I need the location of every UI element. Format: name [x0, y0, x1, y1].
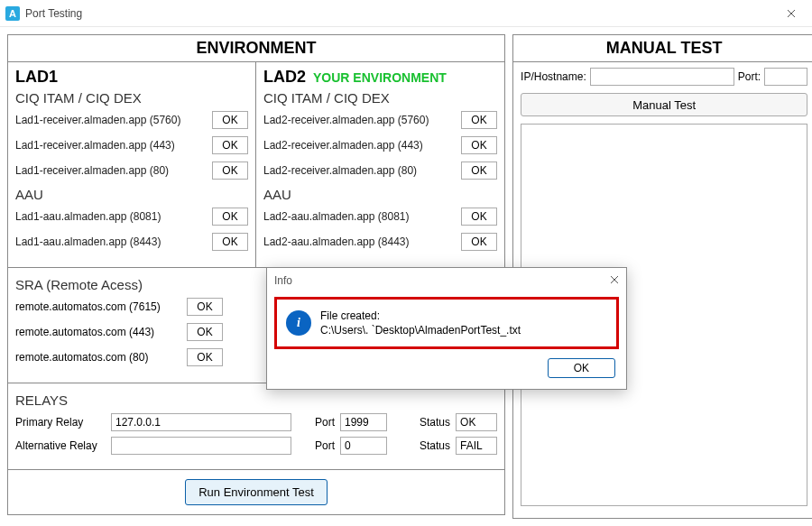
run-environment-test-button[interactable]: Run Environment Test: [185, 479, 328, 505]
primary-relay-label: Primary Relay: [15, 416, 106, 429]
info-dialog-title: Info: [274, 274, 610, 287]
close-icon: [787, 9, 796, 18]
info-dialog-close-button[interactable]: [610, 274, 619, 287]
status-box: OK: [187, 323, 223, 341]
manual-test-button[interactable]: Manual Test: [521, 93, 807, 116]
window-title: Port Testing: [25, 7, 82, 20]
relays-label: RELAYS: [15, 392, 497, 408]
ip-hostname-input[interactable]: [590, 68, 734, 86]
host-address: remote.automatos.com (80): [15, 351, 187, 364]
status-box: OK: [212, 161, 248, 180]
primary-relay-host-input[interactable]: [111, 413, 291, 431]
host-row: Lad1-receiver.almaden.app (80) OK: [15, 161, 248, 180]
port-label: Port: [315, 416, 335, 429]
host-address: Lad2-receiver.almaden.app (5760): [263, 114, 461, 126]
info-dialog: Info i File created: C:\Users\. `Desktop…: [266, 267, 627, 390]
relay-row-alternative: Alternative Relay Port Status FAIL: [15, 437, 497, 455]
host-address: Lad1-aau.almaden.app (8443): [15, 235, 212, 248]
host-address: Lad1-receiver.almaden.app (443): [15, 139, 212, 152]
host-address: Lad2-receiver.almaden.app (443): [263, 139, 461, 152]
app-icon: A: [5, 6, 20, 21]
status-box: OK: [212, 111, 248, 129]
status-box: OK: [187, 348, 223, 366]
status-box: OK: [461, 233, 497, 251]
window-close-button[interactable]: [770, 0, 812, 27]
alternative-relay-port-input[interactable]: [340, 437, 387, 455]
host-row: Lad1-aau.almaden.app (8443) OK: [15, 233, 248, 251]
host-row: Lad2-receiver.almaden.app (80) OK: [263, 161, 497, 180]
close-icon: [610, 275, 619, 284]
alternative-relay-label: Alternative Relay: [15, 439, 106, 452]
manual-port-label: Port:: [738, 70, 761, 83]
host-row: Lad2-aau.almaden.app (8081) OK: [263, 208, 497, 226]
relays-section: RELAYS Primary Relay Port Status OK Alte…: [8, 383, 504, 470]
lad1-group-ciq-label: CIQ ITAM / CIQ DEX: [15, 90, 248, 106]
alternative-relay-status: FAIL: [456, 437, 497, 455]
host-row: Lad2-receiver.almaden.app (5760) OK: [263, 111, 497, 129]
lad1-group-aau-label: AAU: [15, 187, 248, 202]
window-titlebar: A Port Testing: [0, 0, 812, 27]
host-row: Lad2-aau.almaden.app (8443) OK: [263, 233, 497, 251]
info-dialog-message: File created: C:\Users\. `Desktop\Almade…: [320, 309, 521, 337]
host-row: Lad1-receiver.almaden.app (5760) OK: [15, 111, 248, 129]
lad2-column: LAD2 YOUR ENVIRONMENT CIQ ITAM / CIQ DEX…: [256, 62, 504, 267]
alternative-relay-host-input[interactable]: [111, 437, 291, 455]
lad1-title: LAD1: [15, 68, 58, 87]
host-address: Lad1-receiver.almaden.app (5760): [15, 114, 212, 126]
host-address: Lad2-receiver.almaden.app (80): [263, 164, 461, 177]
primary-relay-status: OK: [456, 413, 497, 431]
info-icon: i: [286, 310, 311, 336]
status-box: OK: [212, 208, 248, 226]
host-address: Lad1-receiver.almaden.app (80): [15, 164, 212, 177]
manual-port-input[interactable]: [764, 68, 807, 86]
status-box: OK: [461, 208, 497, 226]
status-box: OK: [212, 233, 248, 251]
host-row: Lad1-receiver.almaden.app (443) OK: [15, 136, 248, 154]
environment-header: ENVIRONMENT: [8, 35, 504, 62]
your-environment-badge: YOUR ENVIRONMENT: [313, 70, 447, 85]
host-address: Lad2-aau.almaden.app (8081): [263, 210, 461, 223]
host-row: Lad1-aau.almaden.app (8081) OK: [15, 208, 248, 226]
status-label: Status: [420, 439, 450, 452]
host-address: Lad2-aau.almaden.app (8443): [263, 235, 461, 248]
manual-test-header: MANUAL TEST: [513, 35, 812, 62]
ip-hostname-label: IP/Hostname:: [521, 70, 586, 83]
relay-row-primary: Primary Relay Port Status OK: [15, 413, 497, 431]
status-box: OK: [461, 136, 497, 154]
status-box: OK: [461, 161, 497, 180]
status-box: OK: [461, 111, 497, 129]
status-box: OK: [187, 298, 223, 316]
lad1-column: LAD1 CIQ ITAM / CIQ DEX Lad1-receiver.al…: [8, 62, 256, 267]
info-dialog-ok-button[interactable]: OK: [548, 358, 615, 378]
host-row: Lad2-receiver.almaden.app (443) OK: [263, 136, 497, 154]
lad2-title: LAD2: [263, 68, 306, 87]
status-label: Status: [420, 416, 450, 429]
host-address: remote.automatos.com (7615): [15, 300, 187, 313]
host-address: remote.automatos.com (443): [15, 326, 187, 338]
port-label: Port: [315, 439, 335, 452]
status-box: OK: [212, 136, 248, 154]
lad2-group-ciq-label: CIQ ITAM / CIQ DEX: [263, 90, 497, 106]
lad2-group-aau-label: AAU: [263, 187, 497, 202]
primary-relay-port-input[interactable]: [340, 413, 387, 431]
host-address: Lad1-aau.almaden.app (8081): [15, 210, 212, 223]
